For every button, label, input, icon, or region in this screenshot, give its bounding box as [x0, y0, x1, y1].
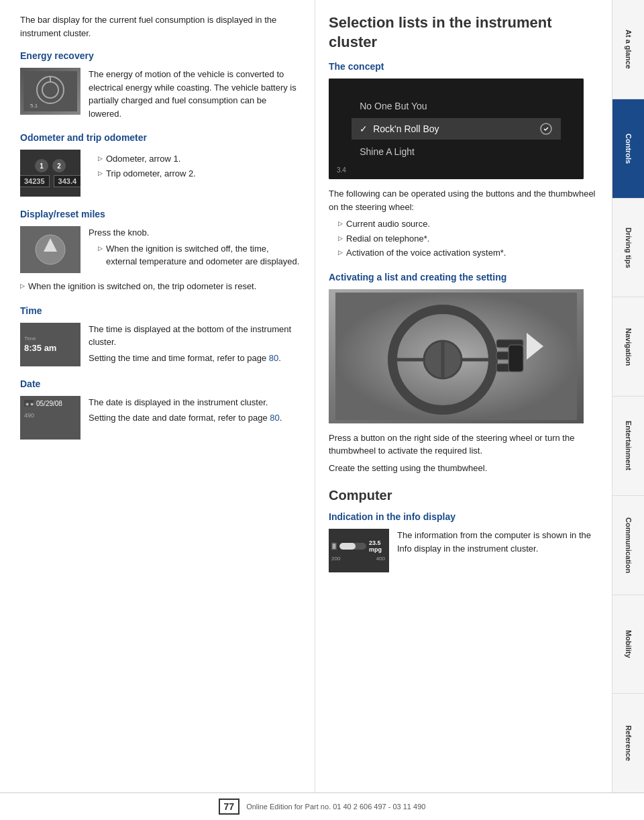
date-text2-span: Setting the date and date format, refer …	[89, 413, 270, 423]
concept-section: The concept 3.4 No One But You Rock'n Ro…	[329, 61, 602, 260]
odometer-value1: 34235	[24, 177, 45, 185]
activating-text2: Create the setting using the thumbwheel.	[329, 462, 602, 475]
date-heading: Date	[20, 378, 301, 389]
display-item-2: Rock'n Roll Boy	[352, 118, 561, 140]
display-reset-press: Press the knob.	[89, 226, 301, 240]
page-number: 77	[219, 799, 240, 815]
computer-heading: Computer	[329, 488, 602, 503]
odometer-image: 1 2 34235 343.4	[20, 150, 80, 197]
computer-display: 23.5 mpg 200 400	[329, 529, 389, 572]
intro-text: The bar display for the current fuel con…	[20, 13, 301, 40]
main-heading: Selection lists in the instrument cluste…	[329, 13, 602, 52]
time-row: Time 8:35 am The time is displayed at th…	[20, 323, 301, 366]
display-reset-row: Press the knob. When the ignition is swi…	[20, 226, 301, 273]
display-reset-main-text: When the ignition is switched on, the tr…	[20, 280, 301, 293]
right-column: Selection lists in the instrument cluste…	[315, 0, 612, 792]
odometer-row: 1 2 34235 343.4	[20, 150, 301, 197]
energy-recovery-image: 5.1	[20, 68, 80, 115]
time-period: .	[278, 353, 281, 363]
odometer-section: Odometer and trip odometer 1 2 34235	[20, 132, 301, 197]
sidebar-item-communication[interactable]: Communication	[612, 496, 644, 595]
energy-recovery-thumbnail: 5.1	[20, 68, 80, 115]
odometer-bullet2: Trip odometer, arrow 2.	[98, 167, 196, 181]
date-text2: Setting the date and date format, refer …	[89, 411, 282, 425]
svg-rect-23	[333, 544, 336, 549]
date-section: Date ◉ ◉ 05/29/08 490	[20, 378, 301, 440]
date-image: ◉ ◉ 05/29/08 490	[20, 396, 80, 440]
gauge-display: 23.5 mpg	[331, 540, 390, 553]
display-reset-heading: Display/reset miles	[20, 209, 301, 219]
energy-recovery-row: 5.1 The energy of motion of the vehicle …	[20, 68, 301, 120]
date-value: 05/29/08	[36, 400, 62, 407]
sidebar: At a glance Controls Driving tips Naviga…	[612, 0, 644, 792]
page-footer: 77 Online Edition for Part no. 01 40 2 6…	[0, 792, 644, 820]
activating-section: Activating a list and creating the setti…	[329, 272, 602, 475]
date-text1: The date is displayed in the instrument …	[89, 396, 282, 409]
time-text1: The time is displayed at the bottom of t…	[89, 323, 301, 349]
concept-bullets: Current audio source. Redial on telephon…	[338, 217, 602, 260]
sidebar-item-driving-tips[interactable]: Driving tips	[612, 199, 644, 298]
date-period: .	[280, 413, 282, 423]
footer-text: Online Edition for Part no. 01 40 2 606 …	[246, 803, 425, 811]
energy-recovery-heading: Energy recovery	[20, 50, 301, 61]
display-label: 3.4	[337, 166, 346, 174]
concept-bullet1: Current audio source.	[338, 217, 602, 231]
computer-text: The information from the computer is sho…	[397, 529, 602, 572]
time-heading: Time	[20, 305, 301, 316]
steering-wheel-image	[329, 289, 584, 423]
instrument-display: 3.4 No One But You Rock'n Roll Boy Shine…	[329, 79, 584, 179]
computer-thumbnail: 23.5 mpg 200 400	[329, 529, 389, 572]
gauge-value: 23.5 mpg	[369, 540, 390, 553]
main-wrapper: The bar display for the current fuel con…	[0, 0, 644, 792]
content-area: The bar display for the current fuel con…	[0, 0, 644, 792]
energy-recovery-section: Energy recovery 5.1	[20, 50, 301, 120]
computer-row: 23.5 mpg 200 400 The information from th…	[329, 529, 602, 572]
time-label: Time	[24, 336, 36, 342]
computer-section: Computer Indication in the info display …	[329, 488, 602, 572]
date-thumbnail: ◉ ◉ 05/29/08 490	[20, 396, 80, 440]
steering-inner	[329, 289, 584, 423]
display-reset-bullet1: When the ignition is switched off, the t…	[98, 242, 301, 268]
time-value: 8:35 am	[24, 343, 56, 353]
time-text2: Setting the time and time format, refer …	[89, 352, 301, 365]
odometer-value2: 343.4	[58, 177, 77, 185]
sidebar-item-navigation[interactable]: Navigation	[612, 297, 644, 397]
time-image: Time 8:35 am	[20, 323, 80, 366]
date-link[interactable]: 80	[270, 413, 279, 423]
activating-heading: Activating a list and creating the setti…	[329, 272, 602, 283]
sidebar-item-reference[interactable]: Reference	[612, 694, 644, 792]
date-text-block: The date is displayed in the instrument …	[89, 396, 282, 440]
sidebar-item-mobility[interactable]: Mobility	[612, 595, 644, 695]
svg-rect-20	[508, 345, 523, 372]
time-link[interactable]: 80	[269, 353, 278, 363]
odometer-thumbnail: 1 2 34235 343.4	[20, 150, 80, 197]
sidebar-item-entertainment[interactable]: Entertainment	[612, 397, 644, 496]
odometer-bullet1: Odometer, arrow 1.	[98, 152, 196, 166]
display-item-1: No One But You	[352, 97, 561, 115]
time-text-block: The time is displayed at the bottom of t…	[89, 323, 301, 366]
time-text2-span: Setting the time and time format, refer …	[89, 353, 269, 363]
display-reset-image	[20, 226, 80, 273]
display-reset-thumbnail	[20, 226, 80, 273]
display-reset-section: Display/reset miles Press the knob.	[20, 209, 301, 293]
activating-text1: Press a button on the right side of the …	[329, 431, 602, 458]
energy-recovery-text: The energy of motion of the vehicle is c…	[89, 68, 301, 120]
odometer-heading: Odometer and trip odometer	[20, 132, 301, 143]
sidebar-item-at-a-glance[interactable]: At a glance	[612, 0, 644, 99]
display-reset-text-block: Press the knob. When the ignition is swi…	[89, 226, 301, 273]
concept-description: The following can be operated using the …	[329, 187, 602, 213]
display-image-inner: 3.4 No One But You Rock'n Roll Boy Shine…	[329, 79, 584, 179]
sidebar-item-controls[interactable]: Controls	[612, 99, 644, 199]
time-thumbnail: Time 8:35 am	[20, 323, 80, 366]
concept-heading: The concept	[329, 61, 602, 72]
time-section: Time Time 8:35 am The time is displayed …	[20, 305, 301, 366]
date-row: ◉ ◉ 05/29/08 490 The date is displayed i…	[20, 396, 301, 440]
svg-text:5.1: 5.1	[30, 103, 38, 109]
left-column: The bar display for the current fuel con…	[0, 0, 315, 792]
indication-heading: Indication in the info display	[329, 511, 602, 522]
odometer-bullets: Odometer, arrow 1. Trip odometer, arrow …	[89, 150, 196, 197]
svg-text:◉ ◉: ◉ ◉	[25, 402, 34, 406]
concept-bullet2: Redial on telephone*.	[338, 232, 602, 246]
display-item-3: Shine A Light	[352, 142, 561, 161]
concept-bullet3: Activation of the voice activation syste…	[338, 246, 602, 260]
